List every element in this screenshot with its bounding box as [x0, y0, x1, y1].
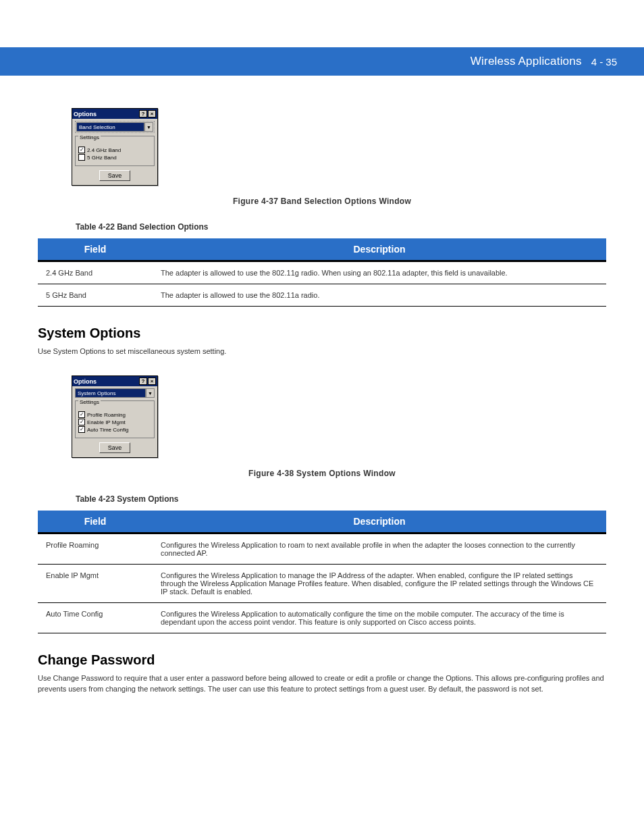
chevron-down-icon[interactable]: ▼ [144, 122, 153, 132]
options-dialog-system: Options ? × System Options ▼ Settings ✓ … [72, 375, 158, 458]
dropdown-value: Band Selection [76, 122, 144, 132]
checkbox-5ghz[interactable]: 5 GHz Band [78, 154, 151, 161]
figure-caption: Figure 4-38 System Options Window [38, 469, 606, 478]
col-field: Field [38, 511, 153, 533]
cell-field: 2.4 GHz Band [38, 261, 153, 284]
system-options-table: Field Description Profile Roaming Config… [38, 511, 606, 633]
close-icon[interactable]: × [148, 377, 156, 385]
page-header: Wireless Applications 4 - 35 [0, 47, 644, 76]
save-button[interactable]: Save [99, 442, 130, 453]
table-row: Enable IP Mgmt Configures the Wireless A… [38, 565, 606, 603]
cell-desc: Configures the Wireless Application to m… [153, 565, 606, 603]
dialog-title: Options [74, 111, 138, 118]
checkbox-icon: ✓ [78, 147, 85, 153]
table-caption: Table 4-22 Band Selection Options [76, 222, 606, 232]
close-icon[interactable]: × [148, 110, 156, 118]
section-system-options: System Options [38, 325, 606, 341]
cell-desc: The adapter is allowed to use the 802.11… [153, 284, 606, 307]
checkbox-label: Auto Time Config [87, 427, 128, 433]
cell-desc: Configures the Wireless Application to r… [153, 533, 606, 565]
help-icon[interactable]: ? [139, 110, 147, 118]
system-options-intro: Use System Options to set miscellaneous … [38, 346, 606, 357]
cell-field: Enable IP Mgmt [38, 565, 153, 603]
table-row: 5 GHz Band The adapter is allowed to use… [38, 284, 606, 307]
save-button[interactable]: Save [99, 170, 130, 181]
col-description: Description [153, 238, 606, 261]
checkbox-label: 5 GHz Band [87, 155, 117, 161]
figure-caption: Figure 4-37 Band Selection Options Windo… [38, 197, 606, 206]
header-title: Wireless Applications [471, 55, 582, 68]
band-selection-table: Field Description 2.4 GHz Band The adapt… [38, 238, 606, 307]
help-icon[interactable]: ? [139, 377, 147, 385]
options-dialog-band: Options ? × Band Selection ▼ Settings ✓ … [72, 108, 158, 186]
dialog-titlebar: Options ? × [72, 376, 157, 386]
cell-desc: The adapter is allowed to use the 802.11… [153, 261, 606, 284]
mode-dropdown[interactable]: Band Selection ▼ [76, 122, 153, 132]
checkbox-icon: ✓ [78, 426, 85, 433]
checkbox-label: Enable IP Mgmt [87, 419, 126, 425]
checkbox-icon: ✓ [78, 411, 85, 418]
col-description: Description [153, 511, 606, 533]
checkbox-enable-ip[interactable]: ✓ Enable IP Mgmt [78, 419, 151, 425]
checkbox-icon [78, 154, 85, 161]
cell-desc: Configures the Wireless Application to a… [153, 603, 606, 633]
table-caption: Table 4-23 System Options [76, 494, 606, 504]
col-field: Field [38, 238, 153, 261]
checkbox-2-4ghz[interactable]: ✓ 2.4 GHz Band [78, 147, 151, 153]
dialog-titlebar: Options ? × [72, 109, 157, 119]
cell-field: Auto Time Config [38, 603, 153, 633]
table-row: Auto Time Config Configures the Wireless… [38, 603, 606, 633]
checkbox-profile-roaming[interactable]: ✓ Profile Roaming [78, 411, 151, 418]
dialog-title: Options [74, 378, 138, 385]
chevron-down-icon[interactable]: ▼ [146, 388, 155, 398]
table-row: 2.4 GHz Band The adapter is allowed to u… [38, 261, 606, 284]
checkbox-auto-time[interactable]: ✓ Auto Time Config [78, 426, 151, 433]
table-row: Profile Roaming Configures the Wireless … [38, 533, 606, 565]
section-change-password: Change Password [38, 652, 606, 668]
header-page-number: 4 - 35 [591, 56, 617, 68]
settings-legend: Settings [78, 134, 101, 140]
checkbox-label: 2.4 GHz Band [87, 147, 121, 153]
checkbox-label: Profile Roaming [87, 412, 126, 418]
checkbox-icon: ✓ [78, 419, 85, 425]
dropdown-value: System Options [75, 388, 146, 398]
mode-dropdown[interactable]: System Options ▼ [75, 388, 155, 398]
cell-field: Profile Roaming [38, 533, 153, 565]
cell-field: 5 GHz Band [38, 284, 153, 307]
change-password-intro: Use Change Password to require that a us… [38, 673, 606, 694]
settings-legend: Settings [78, 399, 101, 405]
